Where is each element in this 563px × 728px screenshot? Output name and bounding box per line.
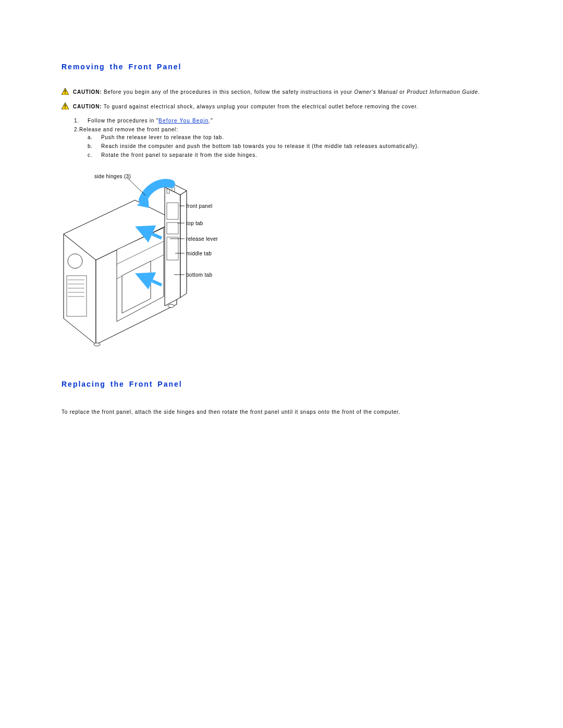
step-2: 2. Release and remove the front panel: a… xyxy=(74,127,506,158)
step-2-text: Release and remove the front panel: xyxy=(79,127,178,132)
caution-label: CAUTION: xyxy=(73,104,102,109)
svg-rect-5 xyxy=(65,107,65,108)
substep-c-text: Rotate the front panel to separate it fr… xyxy=(101,152,258,158)
substep-letter: c. xyxy=(88,152,101,158)
document-page: Removing the Front Panel CAUTION: Before… xyxy=(0,0,563,452)
warning-icon xyxy=(62,103,69,110)
warning-icon xyxy=(62,88,69,96)
italic-owners-manual: Owner's Manual xyxy=(354,89,398,95)
substep-b: b. Reach inside the computer and push th… xyxy=(88,143,506,149)
svg-marker-24 xyxy=(180,191,187,298)
svg-rect-1 xyxy=(65,90,65,93)
substep-a-text: Push the release lever to release the to… xyxy=(101,134,224,140)
step-number: 1. xyxy=(74,118,88,124)
replacing-body-text: To replace the front panel, attach the s… xyxy=(62,408,506,416)
caution-row-2: CAUTION: To guard against electrical sho… xyxy=(62,103,506,110)
substep-a: a. Push the release lever to release the… xyxy=(88,134,506,140)
substep-b-text: Reach inside the computer and push the b… xyxy=(101,143,419,149)
svg-rect-25 xyxy=(167,189,169,193)
svg-marker-22 xyxy=(165,187,180,306)
steps-list: 1. Follow the procedures in "Before You … xyxy=(62,118,506,158)
link-before-you-begin[interactable]: Before You Begin xyxy=(158,118,209,124)
step-number: 2. xyxy=(74,127,79,132)
step-1: 1. Follow the procedures in "Before You … xyxy=(74,118,506,124)
caution-body-text: Before you begin any of the procedures i… xyxy=(102,89,354,95)
caution-text-2: CAUTION: To guard against electrical sho… xyxy=(73,103,506,110)
caution-row-1: CAUTION: Before you begin any of the pro… xyxy=(62,89,506,96)
caution-label: CAUTION: xyxy=(73,89,102,95)
substeps-list: a. Push the release lever to release the… xyxy=(74,134,506,158)
substep-c: c. Rotate the front panel to separate it… xyxy=(88,152,506,158)
heading-removing-front-panel: Removing the Front Panel xyxy=(62,63,506,71)
svg-rect-4 xyxy=(65,105,65,107)
caution-body-text: To guard against electrical shock, alway… xyxy=(102,104,418,109)
substep-letter: b. xyxy=(88,143,101,149)
caution-text-1: CAUTION: Before you begin any of the pro… xyxy=(73,89,506,96)
caution-mid-text: or xyxy=(398,89,407,95)
step-1-post: ." xyxy=(209,118,213,124)
svg-line-33 xyxy=(127,178,145,195)
svg-rect-2 xyxy=(65,93,65,94)
substep-letter: a. xyxy=(88,134,101,140)
svg-point-21 xyxy=(168,304,174,307)
step-1-text: Follow the procedures in "Before You Beg… xyxy=(88,118,213,124)
computer-chassis-illustration xyxy=(59,171,231,349)
step-1-pre: Follow the procedures in " xyxy=(88,118,158,124)
caution-after-text: . xyxy=(478,89,480,95)
svg-point-20 xyxy=(94,343,100,346)
italic-product-info-guide: Product Information Guide xyxy=(407,89,478,95)
heading-replacing-front-panel: Replacing the Front Panel xyxy=(62,380,506,388)
front-panel-figure: side hinges (3) front panel top tab rele… xyxy=(59,171,231,349)
